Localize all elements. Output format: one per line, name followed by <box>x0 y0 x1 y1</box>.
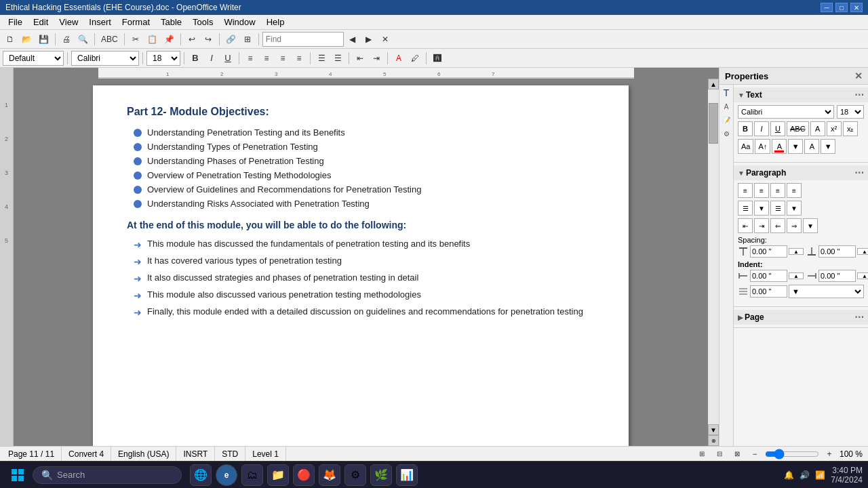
bullet-list-button[interactable]: ☰ <box>314 51 329 66</box>
panel-subscript-button[interactable]: x₂ <box>843 121 858 136</box>
indent-left-up[interactable]: ▲ <box>789 272 804 279</box>
page-section-menu[interactable]: ⋯ <box>854 312 864 323</box>
align-left-button[interactable]: ≡ <box>243 51 258 66</box>
menu-insert[interactable]: Insert <box>83 16 117 28</box>
menu-help[interactable]: Help <box>261 16 290 28</box>
doc-scroll-area[interactable]: Part 12- Module Objectives: Understandin… <box>14 79 708 446</box>
text-section-header[interactable]: ▼ Text ⋯ <box>734 87 868 102</box>
para-indent-decrease[interactable]: ⇤ <box>738 218 753 233</box>
taskbar-app-3[interactable]: 🗂 <box>241 464 263 486</box>
para-bidi-ltr[interactable]: ⇒ <box>787 218 802 233</box>
panel-icon-2[interactable]: A <box>721 101 732 112</box>
panel-close-button[interactable]: ✕ <box>854 70 863 81</box>
new-button[interactable]: 🗋 <box>3 32 18 47</box>
panel-size-select[interactable]: 18 <box>837 105 864 119</box>
align-center-button[interactable]: ≡ <box>259 51 274 66</box>
size-select[interactable]: 18 <box>146 51 180 66</box>
indent-left-input[interactable] <box>750 270 787 282</box>
menu-table[interactable]: Table <box>155 16 187 28</box>
paragraph-section-header[interactable]: ▼ Paragraph ⋯ <box>734 165 868 180</box>
taskbar-app-9[interactable]: 📊 <box>396 464 418 486</box>
para-align-center[interactable]: ≡ <box>754 183 769 198</box>
taskbar-app-8[interactable]: 🌿 <box>370 464 392 486</box>
taskbar-search[interactable]: 🔍 Search <box>33 466 182 484</box>
para-section-menu[interactable]: ⋯ <box>854 167 864 178</box>
bold-button[interactable]: B <box>188 51 203 66</box>
undo-button[interactable]: ↩ <box>184 32 199 47</box>
menu-file[interactable]: File <box>3 16 28 28</box>
menu-edit[interactable]: Edit <box>28 16 54 28</box>
panel-strike-button[interactable]: ABC <box>787 121 809 136</box>
hyperlink-button[interactable]: 🔗 <box>223 32 239 47</box>
panel-underline-button[interactable]: U <box>770 121 785 136</box>
highlight-button[interactable]: 🖊 <box>408 51 422 66</box>
panel-superscript-button[interactable]: x² <box>827 121 842 136</box>
spacing-below-input[interactable] <box>818 245 856 258</box>
zoom-in-button[interactable]: + <box>822 447 837 462</box>
print-button[interactable]: 🖨 <box>59 32 74 47</box>
indent-decrease-button[interactable]: ⇤ <box>353 51 368 66</box>
text-section-menu[interactable]: ⋯ <box>854 89 864 100</box>
font-select[interactable]: Calibri <box>71 51 139 66</box>
line-spacing-dropdown[interactable]: ▼ <box>789 285 864 298</box>
find-close-button[interactable]: ✕ <box>378 32 393 47</box>
para-bidi-rtl[interactable]: ⇐ <box>770 218 785 233</box>
find-input[interactable] <box>262 32 344 47</box>
taskbar-app-6[interactable]: 🦊 <box>319 464 340 486</box>
para-ordered-list[interactable]: ☰ <box>770 201 785 216</box>
panel-char-bg-button[interactable]: A <box>804 139 819 154</box>
taskbar-app-7[interactable]: ⚙ <box>344 464 366 486</box>
redo-button[interactable]: ↪ <box>201 32 216 47</box>
maximize-button[interactable]: □ <box>835 3 848 12</box>
paste-button[interactable]: 📌 <box>161 32 177 47</box>
open-button[interactable]: 📂 <box>19 32 35 47</box>
close-button[interactable]: ✕ <box>850 3 863 12</box>
panel-font-select[interactable]: Calibri <box>738 105 834 119</box>
panel-aa-button[interactable]: Aa <box>738 139 753 154</box>
panel-char-bg-dropdown[interactable]: ▼ <box>821 139 835 154</box>
vertical-scrollbar[interactable]: ▲ ▼ ⊕ <box>708 79 719 446</box>
panel-color-row[interactable]: A <box>772 139 787 154</box>
minimize-button[interactable]: ─ <box>821 3 833 12</box>
para-align-right[interactable]: ≡ <box>770 183 785 198</box>
spell-button[interactable]: ABC <box>98 32 121 47</box>
italic-button[interactable]: I <box>204 51 219 66</box>
align-right-button[interactable]: ≡ <box>275 51 290 66</box>
taskbar-app-5[interactable]: 🔴 <box>293 464 315 486</box>
panel-bold-button[interactable]: B <box>738 121 753 136</box>
style-select[interactable]: Default <box>3 51 64 66</box>
indent-right-up[interactable]: ▲ <box>857 272 868 279</box>
start-button[interactable] <box>5 463 30 487</box>
preview-button[interactable]: 🔍 <box>75 32 91 47</box>
save-button[interactable]: 💾 <box>36 32 52 47</box>
taskbar-app-2[interactable]: e <box>216 464 237 486</box>
scroll-up-button[interactable]: ▲ <box>708 79 719 89</box>
zoom-out-button[interactable]: − <box>747 447 762 462</box>
cut-button[interactable]: ✂ <box>128 32 143 47</box>
scroll-bottom-button[interactable]: ⊕ <box>708 435 719 446</box>
scroll-track[interactable] <box>708 89 719 424</box>
indent-right-input[interactable] <box>818 270 856 282</box>
status-icon-3[interactable]: ⊠ <box>730 447 745 462</box>
copy-button[interactable]: 📋 <box>144 32 160 47</box>
panel-font-size-up[interactable]: A↑ <box>755 139 770 154</box>
panel-icon-1[interactable]: T <box>721 87 732 98</box>
menu-window[interactable]: Window <box>218 16 260 28</box>
para-unordered-list[interactable]: ☰ <box>738 201 753 216</box>
para-unordered-dropdown[interactable]: ▼ <box>754 201 769 216</box>
character-bg-button[interactable]: 🅰 <box>430 51 445 66</box>
menu-format[interactable]: Format <box>117 16 155 28</box>
spacing-above-input[interactable] <box>750 245 787 258</box>
zoom-slider[interactable] <box>765 449 819 460</box>
line-spacing-input[interactable] <box>750 285 787 298</box>
para-indent-increase[interactable]: ⇥ <box>754 218 769 233</box>
scroll-thumb[interactable] <box>709 103 718 144</box>
taskbar-app-1[interactable]: 🌐 <box>190 464 212 486</box>
panel-shadow-button[interactable]: A <box>810 121 825 136</box>
status-icon-1[interactable]: ⊞ <box>694 447 709 462</box>
para-ordered-dropdown[interactable]: ▼ <box>787 201 802 216</box>
panel-icon-3[interactable]: 📝 <box>721 115 732 125</box>
para-align-left[interactable]: ≡ <box>738 183 753 198</box>
num-list-button[interactable]: ☰ <box>330 51 345 66</box>
find-prev-button[interactable]: ◀ <box>345 32 360 47</box>
